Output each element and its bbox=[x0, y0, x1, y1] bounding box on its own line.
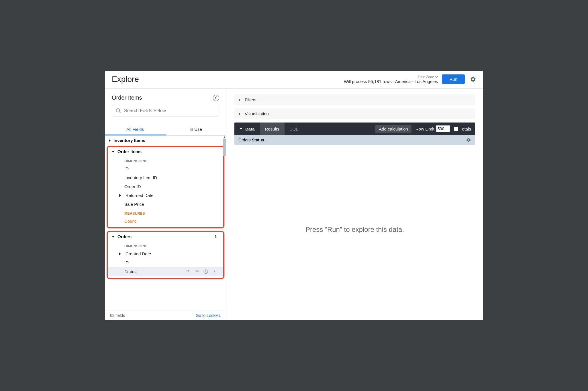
caret-right-icon bbox=[109, 139, 111, 142]
row-limit-control: Row Limit bbox=[415, 125, 450, 132]
app-title: Explore bbox=[112, 75, 139, 84]
measures-label: MEASURES bbox=[108, 209, 223, 217]
chevron-left-icon bbox=[215, 96, 217, 99]
field-label: Created Date bbox=[126, 251, 151, 256]
gear-icon[interactable] bbox=[470, 76, 476, 82]
caret-down-icon bbox=[112, 236, 115, 238]
filter-icon[interactable] bbox=[195, 269, 200, 274]
rowcount-text: Will process 55,181 rows · America - Los… bbox=[344, 79, 438, 84]
field-returned-date[interactable]: Returned Date bbox=[108, 191, 223, 200]
caret-right-icon bbox=[239, 112, 241, 115]
caret-down-icon bbox=[240, 128, 242, 130]
group-inventory-items[interactable]: Inventory Items bbox=[105, 136, 226, 145]
svg-point-5 bbox=[214, 270, 215, 270]
field-label: Status bbox=[124, 269, 137, 274]
svg-point-7 bbox=[214, 273, 215, 274]
row-limit-label: Row Limit bbox=[415, 127, 434, 131]
sql-tab[interactable]: SQL bbox=[285, 123, 303, 135]
pivot-icon[interactable] bbox=[186, 269, 191, 274]
timezone-label: Time Zone bbox=[418, 75, 434, 79]
caret-right-icon bbox=[119, 194, 121, 197]
field-count[interactable]: Count bbox=[108, 217, 223, 226]
dimensions-label: DIMENSIONS bbox=[108, 156, 223, 164]
svg-line-1 bbox=[119, 112, 121, 113]
dimensions-label: DIMENSIONS bbox=[108, 241, 223, 249]
field-orders-id[interactable]: ID bbox=[108, 258, 223, 267]
field-tree: ▲ Inventory Items Order Items DIMENSIONS… bbox=[105, 136, 226, 311]
field-id[interactable]: ID bbox=[108, 164, 223, 173]
info-icon[interactable] bbox=[203, 269, 208, 274]
data-label: Data bbox=[245, 127, 255, 131]
topbar-right: Time Zone Will process 55,181 rows · Ame… bbox=[344, 74, 476, 84]
totals-label: Totals bbox=[460, 127, 471, 131]
totals-checkbox[interactable] bbox=[454, 127, 458, 131]
column-header-bold: Status bbox=[252, 138, 264, 142]
main-panel: Filters Visualization Data Results SQL A… bbox=[226, 89, 483, 320]
field-actions bbox=[186, 269, 217, 274]
data-tab[interactable]: Data bbox=[234, 123, 260, 135]
topbar: Explore Time Zone Will process 55,181 ro… bbox=[105, 71, 483, 89]
highlight-order-items: Order Items DIMENSIONS ID Inventory Item… bbox=[107, 146, 224, 228]
group-label: Orders bbox=[117, 234, 132, 239]
go-to-lookml-link[interactable]: Go to LookML bbox=[196, 313, 221, 318]
row-limit-input[interactable] bbox=[436, 125, 450, 132]
collapse-sidebar-button[interactable] bbox=[213, 95, 219, 101]
run-placeholder: Press “Run” to explore this data. bbox=[234, 145, 475, 314]
more-icon[interactable] bbox=[212, 269, 217, 274]
body: Order Items All Fields In Use ▲ bbox=[105, 89, 483, 320]
visualization-label: Visualization bbox=[245, 111, 269, 116]
run-button[interactable]: Run bbox=[442, 74, 465, 84]
field-count: 63 fields bbox=[110, 313, 125, 318]
svg-point-0 bbox=[116, 108, 120, 112]
scroll-up-arrow[interactable]: ▲ bbox=[223, 136, 226, 139]
field-order-id[interactable]: Order ID bbox=[108, 182, 223, 191]
field-status[interactable]: Status bbox=[108, 267, 223, 276]
tab-all-fields[interactable]: All Fields bbox=[105, 124, 166, 135]
column-gear-icon[interactable] bbox=[466, 137, 471, 143]
search-field[interactable] bbox=[112, 105, 219, 116]
group-label: Inventory Items bbox=[113, 138, 145, 143]
totals-control: Totals bbox=[454, 127, 471, 131]
search-input[interactable] bbox=[124, 108, 215, 113]
add-calculation-button[interactable]: Add calculation bbox=[375, 125, 411, 133]
caret-down-icon bbox=[112, 151, 115, 153]
search-wrap bbox=[105, 101, 226, 116]
column-header-prefix: Orders bbox=[238, 138, 252, 142]
data-bar: Data Results SQL Add calculation Row Lim… bbox=[234, 123, 475, 135]
column-header-text: Orders Status bbox=[238, 138, 264, 142]
caret-right-icon bbox=[119, 252, 121, 255]
filters-panel[interactable]: Filters bbox=[234, 94, 475, 105]
filters-label: Filters bbox=[245, 97, 256, 102]
field-sale-price[interactable]: Sale Price bbox=[108, 200, 223, 209]
scrollbar-thumb[interactable] bbox=[223, 139, 226, 156]
timezone-block: Time Zone Will process 55,181 rows · Ame… bbox=[344, 75, 438, 84]
search-icon bbox=[115, 108, 121, 114]
tab-in-use[interactable]: In Use bbox=[166, 124, 226, 135]
results-tab[interactable]: Results bbox=[260, 123, 285, 135]
svg-point-4 bbox=[205, 270, 206, 271]
results-label: Results bbox=[265, 127, 279, 131]
sidebar: Order Items All Fields In Use ▲ bbox=[105, 89, 226, 320]
caret-right-icon bbox=[239, 98, 241, 101]
field-label: Returned Date bbox=[126, 193, 154, 198]
sidebar-tabs: All Fields In Use bbox=[105, 124, 226, 136]
field-created-date[interactable]: Created Date bbox=[108, 249, 223, 258]
sql-label: SQL bbox=[290, 127, 298, 131]
field-inventory-item-id[interactable]: Inventory Item ID bbox=[108, 173, 223, 182]
timezone-selector[interactable]: Time Zone bbox=[418, 75, 438, 79]
group-order-items[interactable]: Order Items bbox=[108, 147, 223, 156]
column-header[interactable]: Orders Status bbox=[234, 135, 475, 145]
highlight-orders: Orders 1 DIMENSIONS Created Date ID Stat… bbox=[107, 231, 224, 279]
orders-count-badge: 1 bbox=[215, 234, 217, 239]
sidebar-footer: 63 fields Go to LookML bbox=[105, 311, 226, 320]
sidebar-title: Order Items bbox=[112, 94, 142, 101]
sidebar-header: Order Items bbox=[105, 89, 226, 101]
chevron-down-icon bbox=[435, 76, 438, 78]
group-orders[interactable]: Orders 1 bbox=[108, 232, 223, 241]
explore-window: Explore Time Zone Will process 55,181 ro… bbox=[105, 71, 483, 320]
svg-point-6 bbox=[214, 271, 215, 272]
group-label: Order Items bbox=[117, 149, 142, 154]
visualization-panel[interactable]: Visualization bbox=[234, 108, 475, 119]
